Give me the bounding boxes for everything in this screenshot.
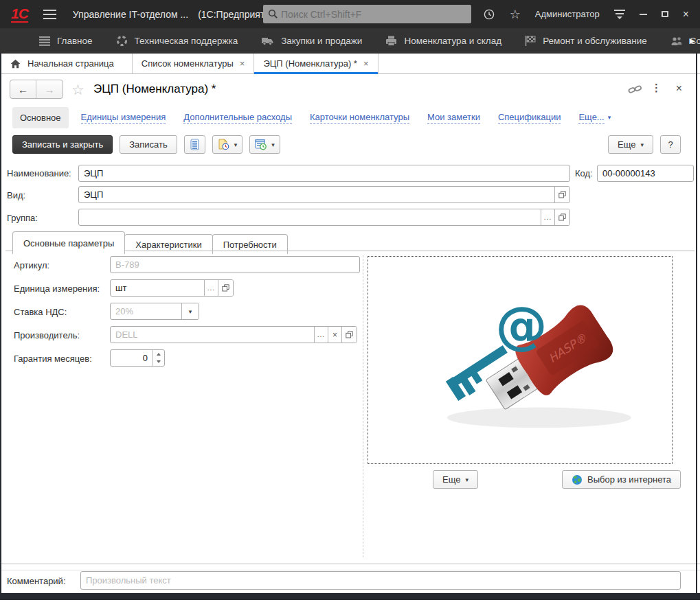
forward-button[interactable]: →	[36, 80, 63, 98]
window-close-icon[interactable]: ×	[683, 9, 689, 20]
save-and-close-button[interactable]: Записать и закрыть	[12, 135, 113, 154]
nav-dop-rashody[interactable]: Дополнительные расходы	[183, 112, 292, 124]
tab-close-icon[interactable]: ×	[240, 58, 245, 69]
nav-moi-zametki[interactable]: Мои заметки	[427, 112, 480, 124]
quantity-stepper[interactable]	[153, 350, 164, 366]
nav-kartochki[interactable]: Карточки номенклатуры	[310, 112, 409, 124]
document-history-button[interactable]: ▾	[212, 135, 243, 154]
chevron-down-icon: ▾	[234, 141, 238, 148]
current-user[interactable]: Администратор	[535, 9, 600, 19]
open-button[interactable]	[554, 209, 569, 225]
truck-icon	[261, 36, 274, 46]
step-down-icon[interactable]	[153, 358, 164, 367]
section-remont[interactable]: Ремонт и обслуживание	[525, 36, 647, 46]
vat-input[interactable]	[111, 303, 181, 319]
comment-field	[80, 571, 681, 590]
open-button[interactable]	[218, 280, 233, 296]
step-up-icon[interactable]	[153, 350, 164, 358]
stack-icon	[190, 139, 200, 150]
section-zakupki[interactable]: Закупки и продажи	[261, 36, 362, 46]
window-minimize-icon[interactable]	[640, 14, 647, 15]
code-input[interactable]	[598, 165, 693, 181]
service-settings-icon[interactable]	[614, 10, 625, 19]
group-field: ...	[78, 209, 570, 226]
code-label: Код:	[575, 168, 593, 178]
window-maximize-icon[interactable]	[662, 11, 668, 17]
open-button[interactable]	[554, 187, 569, 202]
open-button[interactable]	[341, 327, 357, 343]
kind-field	[78, 186, 570, 203]
unit-field: ...	[110, 279, 234, 297]
group-input[interactable]	[79, 209, 541, 225]
name-input[interactable]	[79, 165, 569, 181]
name-field	[78, 165, 570, 182]
more-kebab-icon[interactable]: ⋮	[651, 82, 662, 94]
unit-label: Единица измерения:	[14, 283, 100, 294]
menu-overflow-arrow-icon[interactable]: ▶	[690, 36, 695, 45]
choose-button[interactable]: ...	[541, 209, 554, 225]
app-window: 1С Управление IT-отделом ... (1С:Предпри…	[0, 0, 700, 602]
nav-specifikacii[interactable]: Спецификации	[498, 112, 561, 124]
history-icon[interactable]	[483, 8, 495, 21]
tab-home-label: Начальная страница	[27, 58, 114, 69]
kind-label: Вид:	[7, 190, 25, 200]
form-close-icon[interactable]: ×	[676, 82, 682, 95]
warranty-input[interactable]	[111, 350, 153, 366]
help-button[interactable]: ?	[660, 135, 681, 154]
nav-edinicy-izmereniya[interactable]: Единицы измерения	[81, 112, 166, 124]
list-history-button[interactable]: ▾	[249, 135, 280, 154]
section-glavnoe[interactable]: Главное	[39, 36, 93, 46]
save-button[interactable]: Записать	[120, 135, 177, 154]
svg-text:@: @	[495, 295, 547, 356]
group-label: Группа:	[7, 213, 38, 223]
dropdown-button[interactable]: ▾	[181, 303, 199, 319]
nav-more-link[interactable]: Еще...	[578, 112, 604, 124]
tab-spisok-nomenklatury[interactable]: Список номенклатуры ×	[133, 54, 255, 73]
manufacturer-field: ... ×	[110, 326, 357, 343]
main-menu-icon[interactable]	[43, 10, 56, 19]
section-label: Техническая поддержка	[135, 36, 238, 46]
checkered-flag-icon	[525, 36, 536, 46]
globe-icon	[572, 474, 583, 485]
manufacturer-input[interactable]	[111, 327, 314, 343]
name-label: Наименование:	[7, 168, 71, 178]
tab-osnovnye-parametry[interactable]: Основные параметры	[12, 231, 125, 254]
clear-button[interactable]: ×	[328, 327, 341, 343]
section-label: Ремонт и обслуживание	[543, 36, 647, 46]
bottom-separator	[0, 564, 700, 564]
favorites-star-icon[interactable]: ☆	[510, 8, 521, 21]
comment-input[interactable]	[81, 572, 680, 589]
more-button-label: Еще	[618, 139, 635, 150]
section-nomenklatura[interactable]: Номенклатура и склад	[385, 36, 501, 46]
choose-button[interactable]: ...	[314, 327, 328, 343]
product-image-box[interactable]: HASP® @	[368, 256, 673, 464]
section-tech-podderzhka[interactable]: Техническая поддержка	[116, 35, 238, 47]
home-icon	[10, 59, 21, 69]
back-button[interactable]: ←	[10, 80, 36, 98]
command-bar: Записать и закрыть Записать ▾ ▾ Еще ▾ ?	[0, 135, 700, 159]
sections-menubar: Главное Техническая поддержка Закупки и …	[0, 28, 700, 54]
window-tabbar: Начальная страница Список номенклатуры ×…	[0, 54, 700, 74]
tab-close-icon[interactable]: ×	[363, 58, 369, 69]
subordination-structure-button[interactable]	[184, 135, 205, 154]
search-input[interactable]	[278, 9, 471, 20]
section-sotrudniki[interactable]: Сотруд	[670, 36, 700, 46]
search-icon	[268, 9, 278, 19]
tab-home[interactable]: Начальная страница	[0, 54, 133, 73]
more-button[interactable]: Еще ▾	[608, 135, 653, 154]
kind-input[interactable]	[79, 187, 554, 202]
tab-ecp-nomenklatura[interactable]: ЭЦП (Номенклатура) * ×	[254, 54, 378, 73]
vat-label: Ставка НДС:	[14, 307, 67, 317]
get-link-icon[interactable]	[628, 84, 642, 97]
people-icon	[670, 36, 683, 46]
global-search[interactable]	[263, 5, 471, 23]
choose-button[interactable]: ...	[204, 280, 218, 296]
open-in-form-icon	[222, 284, 229, 292]
nav-osnovnoe[interactable]: Основное	[12, 107, 69, 128]
article-input[interactable]	[111, 257, 359, 273]
unit-input[interactable]	[111, 280, 204, 296]
favorite-star-icon[interactable]: ☆	[71, 82, 84, 98]
product-image: HASP® @	[368, 257, 672, 463]
choose-from-internet-button[interactable]: Выбор из интернета	[562, 470, 681, 489]
image-more-button[interactable]: Еще ▾	[433, 470, 478, 489]
